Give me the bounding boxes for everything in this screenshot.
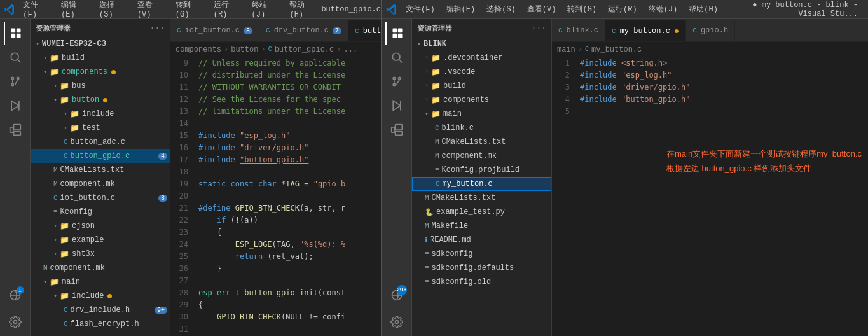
- tab-iot-button[interactable]: C iot_button.c 8: [170, 20, 259, 41]
- left-sidebar-more[interactable]: ···: [150, 24, 165, 33]
- code-line: // WITHOUT WARRANTIES OR CONDIT: [198, 81, 381, 94]
- svg-rect-11: [10, 127, 13, 132]
- tree-item-components[interactable]: ▾ 📁 components: [31, 65, 170, 79]
- tab-drv-button[interactable]: C drv_button.c 7: [259, 20, 348, 41]
- tree-item-include-1[interactable]: › 📁 include: [31, 107, 170, 121]
- right-code-editor: 12345 #include <string.h> #include "esp_…: [552, 57, 868, 336]
- tree-item-example-test[interactable]: 🐍 example_test.py: [412, 205, 551, 219]
- right-line-numbers: 12345: [552, 57, 575, 336]
- tree-item-main-right[interactable]: ▾ 📁 main: [412, 107, 551, 121]
- activity-settings-right[interactable]: [385, 311, 408, 333]
- tree-item-include-main[interactable]: ▾ 📁 include: [31, 289, 170, 303]
- tree-item-components-right[interactable]: › 📁 components: [412, 93, 551, 107]
- tree-item-main[interactable]: ▾ 📁 main: [31, 275, 170, 289]
- code-line: // distributed under the License: [198, 69, 381, 81]
- tree-item-devcontainer[interactable]: › 📁 .devcontainer: [412, 51, 551, 65]
- left-sidebar-header: 资源管理器 ···: [31, 19, 170, 37]
- svg-point-7: [17, 77, 18, 79]
- menu-edit-left[interactable]: 编辑(E): [56, 0, 93, 20]
- activity-sourcecontrol-left[interactable]: [4, 70, 27, 93]
- svg-marker-9: [11, 101, 19, 111]
- tab-blink-c[interactable]: C blink.c: [552, 20, 605, 41]
- tree-item-blink-c[interactable]: C blink.c: [412, 121, 551, 135]
- right-code-lines: #include <string.h> #include "esp_log.h"…: [575, 57, 868, 336]
- tree-item-sdkconfig-old[interactable]: ≡ sdkconfig.old: [412, 275, 551, 289]
- activity-search-left[interactable]: [4, 46, 27, 69]
- svg-point-20: [392, 53, 400, 60]
- tree-item-componentmk-right[interactable]: M component.mk: [412, 149, 551, 163]
- tree-item-my-button[interactable]: C my_button.c: [412, 177, 551, 191]
- tree-item-test[interactable]: › 📁 test: [31, 121, 170, 135]
- svg-line-21: [399, 60, 402, 63]
- code-line: [198, 275, 381, 287]
- activity-run-right[interactable]: [385, 94, 408, 117]
- tree-item-cmake-right[interactable]: M CMakeLists.txt: [412, 135, 551, 149]
- tree-item-cmakelists[interactable]: M CMakeLists.txt: [31, 163, 170, 177]
- tree-item-iot-button[interactable]: C iot_button.c 8: [31, 191, 170, 205]
- right-sidebar-header: 资源管理器 ···: [412, 19, 551, 37]
- activity-remote-right[interactable]: 293: [385, 284, 408, 307]
- tree-item-readme[interactable]: ℹ README.md: [412, 233, 551, 247]
- menu-run-left[interactable]: 运行(R): [209, 0, 245, 20]
- tree-item-button[interactable]: ▾ 📁 button: [31, 93, 170, 107]
- tree-item-vscode[interactable]: › 📁 .vscode: [412, 65, 551, 79]
- menu-edit-right[interactable]: 编辑(E): [441, 3, 481, 16]
- tab-gpio-h[interactable]: C gpio.h: [686, 20, 735, 41]
- menu-run-right[interactable]: 运行(R): [603, 3, 642, 16]
- activity-extensions-left[interactable]: [4, 118, 27, 141]
- tree-item-cjson[interactable]: › 📁 cjson: [31, 219, 170, 233]
- tree-item-bus[interactable]: › 📁 bus: [31, 79, 170, 93]
- svg-rect-13: [13, 132, 20, 136]
- tree-item-build-right[interactable]: › 📁 build: [412, 79, 551, 93]
- tree-item-button-adc[interactable]: C button_adc.c: [31, 135, 170, 149]
- code-line: #define GPIO_BTN_CHECK(a, str, r: [198, 202, 381, 214]
- svg-point-24: [393, 77, 395, 79]
- menu-goto-left[interactable]: 转到(G): [170, 0, 207, 20]
- activity-run-left[interactable]: [4, 94, 27, 117]
- menu-file-left[interactable]: 文件(F): [18, 0, 55, 20]
- activity-search-right[interactable]: [385, 46, 408, 69]
- activity-extensions-right[interactable]: [385, 118, 408, 141]
- tree-item-button-gpio[interactable]: C button_gpio.c 4: [31, 149, 170, 163]
- activity-settings-left[interactable]: [4, 311, 27, 333]
- tree-item-makefile[interactable]: M Makefile: [412, 219, 551, 233]
- tree-item-kconfig[interactable]: ≡ Kconfig: [31, 205, 170, 219]
- activity-remote-left[interactable]: 1: [4, 284, 27, 307]
- tree-item-component-mk-root[interactable]: M component.mk: [31, 261, 170, 275]
- activity-sourcecontrol-right[interactable]: [385, 70, 408, 93]
- tree-item-flash-encrypt[interactable]: C flash_encrypt.h: [31, 317, 170, 331]
- tree-root-blink[interactable]: ▾ BLINK: [412, 37, 551, 51]
- tree-item-sdkconfig-defaults[interactable]: ≡ sdkconfig.defaults: [412, 261, 551, 275]
- code-line-include-2: #include "driver/gpio.h": [198, 142, 381, 154]
- svg-rect-3: [16, 34, 20, 38]
- left-title-bar: 文件(F) 编辑(E) 选择(S) 查看(V) 转到(G) 运行(R) 终端(J…: [0, 0, 381, 19]
- menu-help-right[interactable]: 帮助(H): [684, 3, 723, 16]
- activity-explorer-right[interactable]: [385, 22, 408, 45]
- code-line: {: [198, 299, 381, 311]
- tree-item-cmake-root-right[interactable]: M CMakeLists.txt: [412, 191, 551, 205]
- activity-explorer-left[interactable]: [4, 22, 27, 45]
- menu-goto-right[interactable]: 转到(G): [562, 3, 602, 16]
- tree-item-kconfig-proj[interactable]: ≡ Kconfig.projbuild: [412, 163, 551, 177]
- tree-item-build[interactable]: › 📁 build: [31, 51, 170, 65]
- tree-item-sht3x[interactable]: › 📁 sht3x: [31, 247, 170, 261]
- tree-item-drv-include[interactable]: C drv_include.h 9+: [31, 303, 170, 317]
- menu-terminal-right[interactable]: 终端(J): [644, 3, 683, 16]
- menu-help-left[interactable]: 帮助(H): [284, 0, 321, 20]
- menu-terminal-left[interactable]: 终端(J): [247, 0, 284, 20]
- menu-file-right[interactable]: 文件(F): [401, 3, 440, 16]
- tree-root-left[interactable]: ▾ WUMEI-ESP32-C3: [31, 37, 170, 51]
- menu-view-left[interactable]: 查看(V): [132, 0, 169, 20]
- tab-button-gpio[interactable]: C button_gpio.c: [348, 20, 381, 41]
- svg-point-8: [11, 77, 13, 79]
- right-sidebar-more[interactable]: ···: [532, 24, 546, 33]
- code-line-r2: #include "esp_log.h": [580, 69, 868, 81]
- menu-select-right[interactable]: 选择(S): [481, 3, 521, 16]
- tree-item-component-mk[interactable]: M component.mk: [31, 177, 170, 191]
- menu-select-left[interactable]: 选择(S): [94, 0, 131, 20]
- tree-item-example[interactable]: › 📁 example: [31, 233, 170, 247]
- menu-view-right[interactable]: 查看(V): [522, 3, 561, 16]
- tab-my-button-c[interactable]: C my_button.c ●: [605, 20, 686, 41]
- svg-marker-25: [393, 101, 401, 111]
- tree-item-sdkconfig[interactable]: ≡ sdkconfig: [412, 247, 551, 261]
